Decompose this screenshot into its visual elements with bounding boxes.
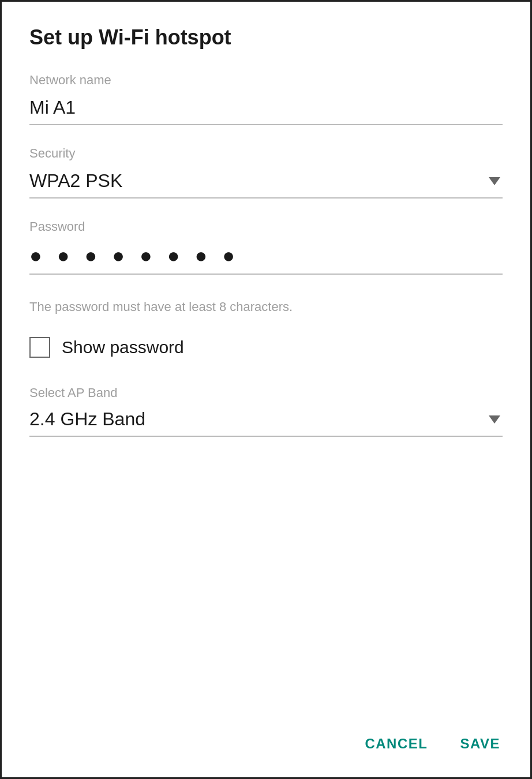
show-password-checkbox[interactable] <box>29 337 50 358</box>
chevron-down-icon <box>489 415 500 424</box>
save-button[interactable]: SAVE <box>458 731 503 756</box>
network-name-group: Network name <box>29 73 503 125</box>
security-value: WPA2 PSK <box>29 170 122 192</box>
show-password-label: Show password <box>62 338 184 357</box>
password-group: Password ● ● ● ● ● ● ● ● <box>29 219 503 275</box>
chevron-down-icon <box>489 177 500 185</box>
ap-band-label: Select AP Band <box>29 385 503 400</box>
password-label: Password <box>29 219 503 234</box>
password-hint: The password must have at least 8 charac… <box>29 298 503 316</box>
ap-band-value: 2.4 GHz Band <box>29 409 145 430</box>
security-label: Security <box>29 146 503 161</box>
dialog-title: Set up Wi-Fi hotspot <box>29 25 503 50</box>
cancel-button[interactable]: CANCEL <box>362 731 430 756</box>
show-password-row: Show password <box>29 337 503 358</box>
ap-band-group: Select AP Band 2.4 GHz Band <box>29 385 503 437</box>
dialog-footer: CANCEL SAVE <box>29 708 503 756</box>
password-dots-display: ● ● ● ● ● ● ● ● <box>29 239 503 275</box>
network-name-label: Network name <box>29 73 503 88</box>
network-name-input[interactable] <box>29 92 503 125</box>
security-group: Security WPA2 PSK <box>29 146 503 199</box>
security-dropdown[interactable]: WPA2 PSK <box>29 166 503 199</box>
ap-band-dropdown[interactable]: 2.4 GHz Band <box>29 404 503 437</box>
wifi-hotspot-dialog: Set up Wi-Fi hotspot Network name Securi… <box>0 0 532 779</box>
